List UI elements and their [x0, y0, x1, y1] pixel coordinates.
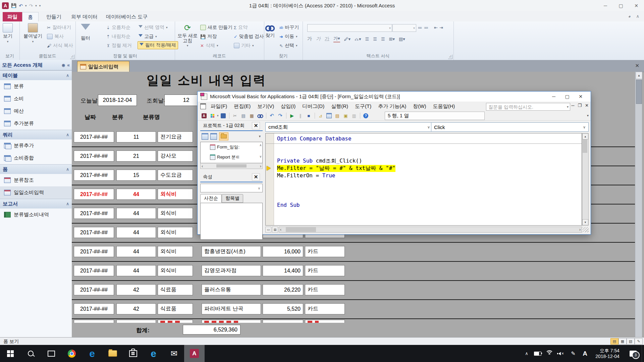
date-cell[interactable]: 2017-##-##	[74, 284, 114, 295]
clipboard-dialog-launcher-icon[interactable]	[70, 55, 74, 59]
menu-edit[interactable]: 편집(E)	[230, 103, 254, 110]
code-hscroll-thumb[interactable]	[286, 227, 316, 232]
project-toolbar-overflow-icon[interactable]	[258, 135, 261, 138]
code-scroll-down-icon[interactable]	[582, 219, 588, 225]
undo-dropdown-icon[interactable]	[25, 4, 27, 7]
new-record-button[interactable]: 새로 만들기	[200, 23, 232, 32]
vba-save-icon[interactable]	[221, 113, 226, 118]
properties-close-icon[interactable]	[252, 173, 260, 181]
save-icon[interactable]	[11, 3, 16, 8]
close-button[interactable]	[629, 0, 644, 11]
menu-run[interactable]: 실행(R)	[328, 103, 352, 110]
nav-menu-dropdown-icon[interactable]	[62, 63, 65, 67]
scroll-left-icon[interactable]	[280, 227, 281, 232]
wifi-icon[interactable]	[544, 351, 555, 356]
category-name-cell[interactable]: 수도요금	[158, 170, 193, 181]
tree-scroll-up-icon[interactable]	[259, 143, 262, 147]
tab-alphabetic[interactable]: 사전순	[200, 194, 222, 203]
category-name-cell[interactable]: 식료품	[158, 303, 193, 314]
nav-group-reports[interactable]: 보고서	[0, 199, 72, 208]
question-dropdown-icon[interactable]	[567, 105, 570, 109]
task-view-button[interactable]	[41, 345, 61, 362]
volume-muted-icon[interactable]: ×	[555, 351, 567, 356]
scroll-up-icon[interactable]	[636, 72, 642, 79]
payment-cell[interactable]: 카드	[305, 303, 345, 314]
category-cell[interactable]: 44	[116, 208, 156, 219]
project-close-icon[interactable]	[252, 122, 260, 129]
object-browser-icon[interactable]	[342, 112, 350, 119]
nav-item-table-추가분류[interactable]: 추가분류	[0, 117, 72, 130]
close-document-icon[interactable]	[635, 63, 639, 69]
form-view-icon[interactable]	[610, 338, 619, 345]
scroll-left-icon[interactable]	[202, 164, 203, 169]
tree-scroll-down-icon[interactable]	[259, 155, 262, 158]
menu-help[interactable]: 도움말(H)	[429, 103, 458, 110]
menu-tools[interactable]: 도구(T)	[352, 103, 375, 110]
code-vscrollbar[interactable]	[582, 133, 589, 226]
customize-qat-icon[interactable]	[39, 4, 41, 7]
battery-icon[interactable]	[532, 352, 544, 356]
toggle-filter-button[interactable]: 필터 적용/해제	[138, 41, 178, 49]
category-cell[interactable]: 11	[116, 131, 156, 142]
vendor-cell[interactable]: 플러스유통	[202, 284, 261, 295]
menu-file[interactable]: 파일(F)	[207, 103, 230, 110]
scroll-right-icon[interactable]	[579, 227, 581, 232]
advanced-filter-button[interactable]: 고급	[139, 33, 157, 41]
code-window-icon[interactable]	[200, 103, 206, 109]
tab-external-data[interactable]: 외부 데이터	[66, 12, 103, 21]
refresh-all-button[interactable]: 모두 새로 고침	[177, 23, 198, 47]
access-app-icon[interactable]: A	[2, 2, 9, 9]
category-cell[interactable]: 44	[116, 265, 156, 276]
project-tree-item-form[interactable]: Form_일일:	[210, 144, 239, 150]
undo-icon[interactable]	[19, 3, 23, 8]
form-scrollbar[interactable]	[635, 72, 642, 338]
tab-database-tools[interactable]: 데이터베이스 도구	[101, 12, 153, 21]
category-cell[interactable]: 44	[116, 246, 156, 257]
category-cell[interactable]: 42	[116, 284, 156, 295]
view-code-icon[interactable]	[202, 133, 208, 140]
help-icon[interactable]	[628, 14, 631, 19]
date-cell[interactable]: 2017-##-##	[74, 303, 114, 314]
design-view-icon[interactable]	[635, 338, 643, 345]
insert-object-icon[interactable]	[209, 112, 216, 119]
tab-create[interactable]: 만들기	[41, 12, 67, 21]
goto-button[interactable]: 이동	[279, 33, 297, 41]
nav-item-table-분류[interactable]: 분류	[0, 80, 72, 93]
mdi-minimize-icon[interactable]	[571, 103, 574, 108]
nav-item-table-소비[interactable]: 소비	[0, 93, 72, 105]
layout-view-icon[interactable]	[627, 338, 635, 345]
menu-debug[interactable]: 디버그(D)	[299, 103, 328, 110]
total-field[interactable]: 6,529,360	[183, 325, 240, 335]
run-icon[interactable]	[288, 112, 296, 119]
date-cell[interactable]: 2017-##-##	[74, 131, 114, 142]
vba-help-icon[interactable]: ?	[362, 112, 370, 119]
taskbar-chrome[interactable]	[61, 345, 82, 362]
vba-undo-icon[interactable]	[268, 112, 276, 119]
category-name-cell[interactable]: 외식비	[158, 227, 193, 238]
project-tree[interactable]: Form_일일: Report 분ㅌ	[200, 142, 263, 163]
search-button[interactable]	[20, 345, 41, 362]
category-name-cell[interactable]: 식료품	[158, 284, 193, 295]
scroll-right-icon[interactable]	[260, 164, 261, 169]
select-button[interactable]: 선택	[279, 42, 297, 50]
category-name-cell[interactable]: 외식비	[158, 265, 193, 276]
taskbar-file-explorer[interactable]	[102, 345, 123, 362]
date-cell[interactable]: 2017-##-##	[74, 170, 114, 181]
start-button[interactable]	[0, 345, 20, 362]
hscroll-thumb[interactable]	[216, 164, 247, 168]
vendor-cell[interactable]: 함흥냉면집(서초)	[202, 246, 261, 257]
menu-insert[interactable]: 삽입(I)	[277, 103, 299, 110]
category-name-cell[interactable]: 강사모	[158, 150, 193, 162]
filter-button[interactable]: 필터	[81, 23, 90, 41]
spelling-button[interactable]: 맞춤법 검사	[234, 33, 264, 41]
menu-window[interactable]: 창(W)	[410, 103, 429, 110]
form-document-tab[interactable]: 일일소비입력	[77, 61, 129, 72]
payment-cell[interactable]: 카드	[305, 246, 345, 257]
show-desktop-button[interactable]	[642, 345, 644, 362]
scrollbar-thumb[interactable]	[636, 80, 642, 104]
minimize-ribbon-icon[interactable]	[636, 14, 639, 19]
vba-minimize-button[interactable]	[547, 94, 560, 99]
clock[interactable]: 오후 7:542018-12-04	[591, 348, 624, 359]
tab-home[interactable]: 홈	[22, 12, 39, 22]
full-module-view-icon[interactable]	[272, 227, 278, 233]
